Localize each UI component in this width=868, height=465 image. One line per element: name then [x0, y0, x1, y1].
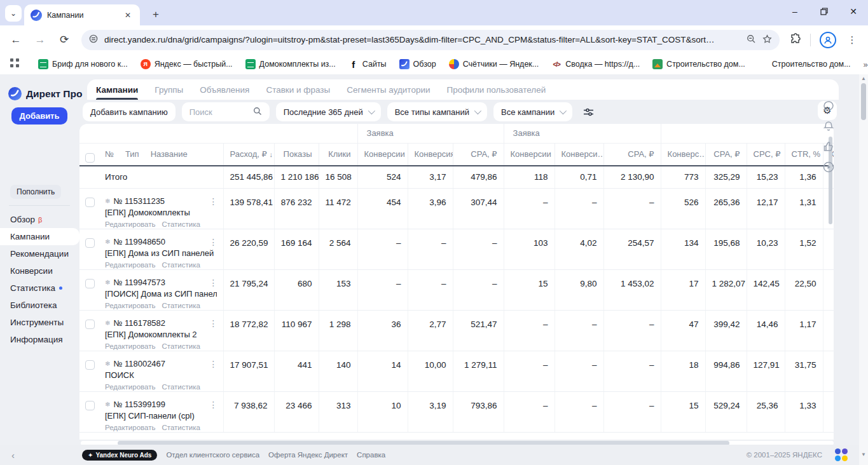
profile-avatar[interactable]: [820, 32, 836, 48]
table-row[interactable]: ❄ № 119948650 ⋮ [ЕПК] Дома из СИП панеле…: [79, 229, 834, 269]
scroll-up-icon[interactable]: ▲: [859, 76, 868, 81]
url-text[interactable]: direct.yandex.ru/dna/grid/campaigns/?ulo…: [104, 35, 740, 44]
statistics-link[interactable]: Статистика: [162, 302, 200, 309]
footer-link-offer[interactable]: Оферта Яндекс Директ: [268, 451, 348, 459]
window-close-button[interactable]: ✕: [839, 0, 868, 23]
bookmark-star-icon[interactable]: [762, 34, 772, 46]
bookmark-item[interactable]: Обзор: [394, 57, 441, 71]
sidebar-item-statistics[interactable]: Статистика: [0, 280, 79, 297]
row-checkbox[interactable]: [85, 320, 95, 329]
back-icon[interactable]: ←: [9, 34, 23, 46]
col-clicks[interactable]: Клики: [319, 143, 357, 166]
filter-settings-icon[interactable]: [579, 102, 598, 121]
edit-link[interactable]: Редактировать: [105, 220, 155, 228]
search-box[interactable]: [182, 102, 270, 121]
campaign-name[interactable]: [ПОИСК] Дома из СИП панелей: [105, 289, 217, 299]
bookmarks-overflow-icon[interactable]: »: [858, 60, 868, 69]
table-row[interactable]: ❄ № 118002467 ⋮ ПОИСК Редактировать Стат…: [79, 351, 834, 391]
col-cpc[interactable]: CPC, ₽: [747, 143, 785, 166]
campaign-type-dropdown[interactable]: Все типы кампаний: [387, 102, 487, 121]
table-row[interactable]: ❄ № 115399199 ⋮ [ЕПК] СИП-панели (cpl) Р…: [79, 391, 834, 432]
statistics-link[interactable]: Статистика: [162, 424, 200, 431]
bookmark-item[interactable]: Домокомплекты из...: [240, 57, 341, 71]
reload-icon[interactable]: ⟳: [57, 33, 71, 46]
address-bar[interactable]: direct.yandex.ru/dna/grid/campaigns/?ulo…: [81, 30, 780, 50]
row-checkbox[interactable]: [85, 360, 95, 370]
yandex-services-icons[interactable]: [835, 448, 848, 461]
sidebar-item-overview[interactable]: Обзорβ: [0, 211, 79, 228]
campaign-name[interactable]: [ЕПК] Дома из СИП панелей: [105, 248, 217, 258]
bookmark-item[interactable]: Строительство дом...: [753, 57, 856, 71]
tab-search-chevron-icon[interactable]: ⌄: [5, 5, 22, 22]
select-all-checkbox[interactable]: [85, 153, 95, 163]
col-conversion-rate-2[interactable]: Конверси…: [555, 143, 603, 166]
tab-close-icon[interactable]: ✕: [122, 10, 134, 21]
tab-bids-phrases[interactable]: Ставки и фразы: [266, 79, 330, 100]
row-checkbox[interactable]: [85, 279, 95, 288]
col-cpa-1[interactable]: CPA, ₽: [453, 143, 504, 166]
apps-grid-icon[interactable]: [6, 58, 23, 70]
campaign-name[interactable]: ПОИСК: [105, 370, 217, 380]
statistics-link[interactable]: Статистика: [162, 261, 200, 269]
col-cpa-3[interactable]: CPA, ₽: [705, 143, 747, 166]
sidebar-item-library[interactable]: Библиотека: [0, 297, 79, 314]
row-menu-icon[interactable]: ⋮: [209, 400, 218, 410]
sidebar-item-recommendations[interactable]: Рекомендации: [0, 245, 79, 262]
bookmark-item[interactable]: ЯЯндекс — быстрый...: [135, 57, 238, 71]
tab-user-profiles[interactable]: Профили пользователей: [447, 79, 546, 100]
sidebar-item-tools[interactable]: Инструменты: [0, 314, 79, 331]
edit-link[interactable]: Редактировать: [105, 424, 155, 431]
statistics-link[interactable]: Статистика: [162, 342, 200, 350]
table-row[interactable]: ❄ № 115311235 ⋮ [ЕПК] Домокомплекты Реда…: [79, 188, 834, 229]
col-type[interactable]: Тип: [125, 149, 139, 159]
footer-link-support[interactable]: Отдел клиентского сервиса: [166, 451, 259, 459]
edit-link[interactable]: Редактировать: [105, 342, 155, 350]
table-row[interactable]: ❄ № 119947573 ⋮ [ПОИСК] Дома из СИП пане…: [79, 269, 834, 310]
extensions-icon[interactable]: [790, 33, 801, 47]
add-campaign-button[interactable]: Добавить кампанию: [83, 102, 176, 121]
browser-tab[interactable]: Кампании ✕: [24, 4, 140, 25]
scroll-down-icon[interactable]: ▼: [859, 452, 868, 457]
footer-link-help[interactable]: Справка: [357, 451, 385, 459]
table-row[interactable]: ❄ № 116178582 ⋮ [ЕПК] Домокомплекты 2 Ре…: [79, 310, 834, 351]
site-settings-icon[interactable]: [89, 34, 98, 45]
sidebar-item-information[interactable]: Информация: [0, 331, 79, 348]
bookmark-item[interactable]: Строительство дом...: [647, 57, 750, 71]
col-ctr[interactable]: CTR, %: [785, 143, 823, 166]
row-checkbox[interactable]: [85, 238, 95, 248]
period-dropdown[interactable]: Последние 365 дней: [276, 102, 381, 121]
row-menu-icon[interactable]: ⋮: [209, 359, 218, 369]
col-conversion-rate-1[interactable]: Конверсия…: [408, 143, 453, 166]
col-cost[interactable]: Расход, ₽ ↓: [223, 143, 274, 166]
campaign-name[interactable]: [ЕПК] Домокомплекты 2: [105, 330, 217, 339]
thumbs-up-icon[interactable]: [822, 140, 835, 153]
sidebar-item-campaigns[interactable]: Кампании: [0, 228, 79, 245]
bookmark-item[interactable]: fСайты: [343, 57, 392, 71]
bell-icon[interactable]: [822, 120, 835, 133]
campaign-name[interactable]: [ЕПК] СИП-панели (cpl): [105, 411, 217, 421]
neuro-ads-badge[interactable]: ✦Yandex Neuro Ads: [82, 450, 157, 461]
window-minimize-button[interactable]: –: [780, 0, 809, 23]
new-tab-button[interactable]: +: [148, 6, 164, 23]
zoom-out-icon[interactable]: [747, 34, 756, 46]
row-menu-icon[interactable]: ⋮: [209, 196, 218, 206]
col-name[interactable]: Название: [151, 149, 188, 159]
edit-link[interactable]: Редактировать: [105, 383, 155, 391]
search-input[interactable]: [189, 107, 248, 117]
sidebar-item-conversions[interactable]: Конверсии: [0, 262, 79, 280]
row-checkbox[interactable]: [85, 401, 95, 410]
page-scrollbar[interactable]: ▲ ▼: [859, 74, 868, 465]
forward-icon[interactable]: →: [33, 34, 47, 46]
page-scrollbar-thumb[interactable]: [861, 83, 866, 120]
col-number[interactable]: №: [105, 149, 114, 159]
statistics-link[interactable]: Статистика: [162, 383, 200, 391]
row-menu-icon[interactable]: ⋮: [209, 278, 218, 288]
col-impressions[interactable]: Показы: [274, 143, 319, 166]
campaign-name[interactable]: [ЕПК] Домокомплекты: [105, 208, 217, 217]
topup-button[interactable]: Пополнить: [10, 185, 61, 199]
bookmark-item[interactable]: Счётчики — Яндек...: [444, 57, 544, 71]
tab-groups[interactable]: Группы: [155, 79, 183, 100]
col-cpa-2[interactable]: CPA, ₽: [603, 143, 661, 166]
row-menu-icon[interactable]: ⋮: [209, 237, 218, 247]
tab-campaigns[interactable]: Кампании: [96, 79, 138, 100]
